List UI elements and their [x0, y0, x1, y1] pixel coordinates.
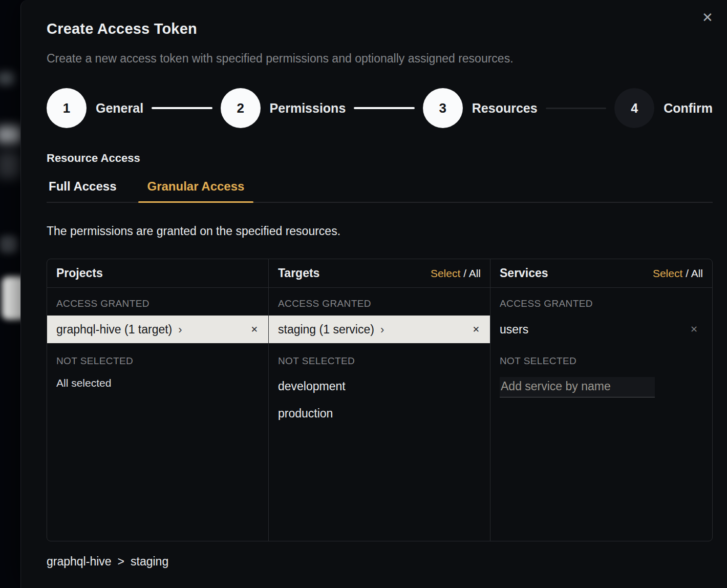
dialog-title: Create Access Token — [47, 20, 713, 37]
select-link[interactable]: Select — [431, 267, 460, 279]
not-selected-label: NOT SELECTED — [490, 343, 712, 373]
all-link[interactable]: All — [469, 267, 481, 279]
resource-selection-table: Projects ACCESS GRANTED graphql-hive (1 … — [47, 259, 713, 541]
background-page — [0, 0, 20, 588]
step-label: Confirm — [664, 101, 713, 116]
background-blur-shape — [0, 72, 14, 85]
projects-column: Projects ACCESS GRANTED graphql-hive (1 … — [47, 259, 269, 541]
breadcrumb-project: graphql-hive — [47, 555, 112, 569]
step-confirm[interactable]: 4 Confirm — [614, 88, 713, 128]
step-number-badge: 4 — [614, 88, 654, 128]
select-divider: / — [682, 267, 691, 279]
step-resources[interactable]: 3 Resources — [423, 88, 538, 128]
chevron-right-icon: › — [380, 323, 384, 335]
remove-target-icon[interactable]: ✕ — [473, 324, 480, 335]
select-link[interactable]: Select — [653, 267, 682, 279]
wizard-stepper: 1 General 2 Permissions 3 Resources 4 Co… — [47, 88, 713, 128]
granted-project-row[interactable]: graphql-hive (1 target) › ✕ — [47, 316, 268, 343]
breadcrumb-separator-icon: > — [118, 555, 124, 569]
tab-granular-access[interactable]: Granular Access — [145, 179, 247, 202]
targets-column: Targets Select / All ACCESS GRANTED stag… — [269, 259, 490, 541]
step-label: Resources — [472, 101, 538, 116]
granted-project-name: graphql-hive (1 target) — [56, 323, 172, 337]
chevron-right-icon: › — [178, 323, 182, 335]
background-blur-text — [0, 126, 22, 143]
services-column-header: Services Select / All — [490, 259, 712, 288]
step-number-badge: 2 — [221, 88, 261, 128]
column-title: Services — [500, 266, 548, 280]
step-permissions[interactable]: 2 Permissions — [221, 88, 346, 128]
granted-target-name: staging (1 service) — [278, 323, 374, 337]
remove-project-icon[interactable]: ✕ — [251, 324, 258, 335]
remove-service-icon[interactable]: ✕ — [690, 324, 698, 335]
targets-select-all: Select / All — [431, 267, 481, 280]
all-selected-note: All selected — [47, 373, 268, 393]
granted-service-row[interactable]: users ✕ — [490, 316, 712, 343]
step-number-badge: 1 — [47, 88, 87, 128]
services-column: Services Select / All ACCESS GRANTED use… — [490, 259, 712, 541]
not-selected-label: NOT SELECTED — [269, 343, 490, 373]
resource-access-heading: Resource Access — [47, 152, 713, 165]
select-divider: / — [460, 267, 468, 279]
targets-column-header: Targets Select / All — [269, 259, 490, 288]
column-title: Projects — [56, 266, 103, 280]
not-selected-label: NOT SELECTED — [47, 343, 268, 373]
stepper-connector — [152, 107, 212, 109]
step-label: General — [96, 101, 143, 116]
projects-column-header: Projects — [47, 259, 268, 288]
tab-full-access[interactable]: Full Access — [47, 179, 119, 202]
target-option-development[interactable]: development — [269, 373, 490, 400]
column-title: Targets — [278, 266, 319, 280]
step-label: Permissions — [270, 101, 346, 116]
background-blur-icon — [0, 236, 17, 253]
step-number-badge: 3 — [423, 88, 463, 128]
create-access-token-dialog: ✕ Create Access Token Create a new acces… — [20, 0, 727, 588]
services-select-all: Select / All — [653, 267, 703, 280]
breadcrumb: graphql-hive > staging — [47, 555, 713, 569]
access-granted-label: ACCESS GRANTED — [47, 288, 268, 316]
access-granted-label: ACCESS GRANTED — [490, 288, 712, 316]
stepper-connector — [354, 107, 415, 109]
all-link[interactable]: All — [691, 267, 703, 279]
access-granted-label: ACCESS GRANTED — [269, 288, 490, 316]
access-mode-tabs: Full Access Granular Access — [47, 179, 713, 203]
dialog-subtitle: Create a new access token with specified… — [47, 52, 713, 66]
granular-access-description: The permissions are granted on the speci… — [47, 224, 713, 238]
background-blur-text — [0, 152, 20, 178]
granted-target-row[interactable]: staging (1 service) › ✕ — [269, 316, 490, 343]
granted-service-name: users — [500, 323, 528, 337]
target-option-production[interactable]: production — [269, 400, 490, 427]
add-service-input[interactable] — [500, 377, 655, 397]
step-general[interactable]: 1 General — [47, 88, 143, 128]
stepper-connector — [546, 108, 607, 109]
breadcrumb-target: staging — [131, 555, 168, 569]
